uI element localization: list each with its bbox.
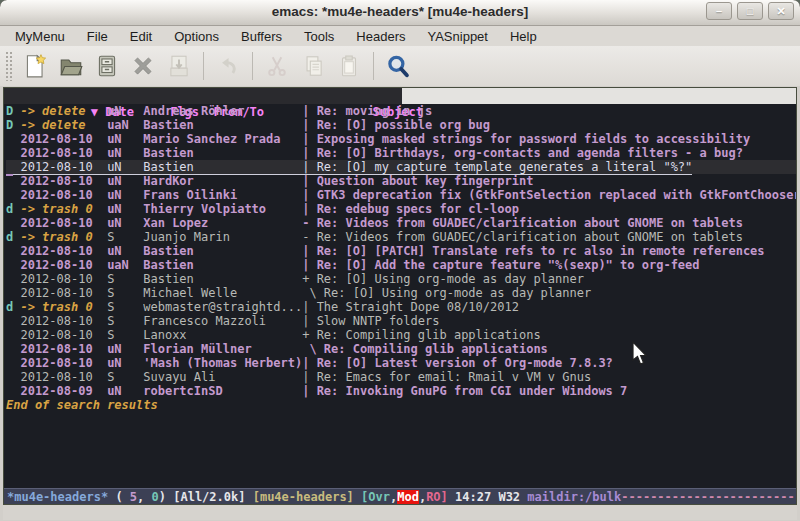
menu-item-options[interactable]: Options [163, 27, 230, 46]
message-subject: | Re: Invoking GnuPG from CGI under Wind… [302, 384, 627, 398]
message-flags: uN [100, 146, 143, 160]
header-line-columns: ▼ DateFlgsFrom/ToSubject [4, 88, 402, 104]
message-row-content: 2012-08-10 SFrancesco Mazzoli| Slow NNTP… [6, 314, 439, 328]
echo-area[interactable] [3, 505, 797, 520]
maximize-button[interactable]: □ [737, 2, 763, 20]
message-subject: + Re: [O] Using org-mode as day planner [302, 272, 584, 286]
header-line: ▼ DateFlgsFrom/ToSubject [4, 88, 796, 104]
message-row[interactable]: 2012-08-10 uNFrans Oilinki| GTK3 depreca… [6, 188, 796, 202]
menu-item-file[interactable]: File [76, 27, 119, 46]
menu-item-headers[interactable]: Headers [345, 27, 416, 46]
open-folder-icon [58, 53, 84, 79]
message-row-content: 2012-08-10 uaNBastien| Re: [O] Add the c… [6, 258, 700, 272]
modeline-segment: *mu4e-headers* [7, 490, 108, 504]
message-from: robertcInSD [143, 384, 302, 398]
message-row[interactable]: 2012-08-10 uNBastien| Re: [O] [PATCH] Tr… [6, 244, 796, 258]
message-row[interactable]: 2012-08-10 uNFlorian Müllner \ Re: Compi… [6, 342, 796, 356]
message-row[interactable]: 2012-08-10 uNXan Lopez- Re: Videos from … [6, 216, 796, 230]
mark-indicator: D [6, 104, 20, 118]
close-x-icon [130, 53, 156, 79]
message-row[interactable]: 2012-08-10 SSuvayu Ali| Re: Emacs for em… [6, 370, 796, 384]
message-from: Frans Oilinki [143, 188, 302, 202]
message-row-content: D -> delete uNAndreas Röhler| Re: moving… [6, 104, 432, 118]
menu-item-help[interactable]: Help [499, 27, 548, 46]
message-from: Bastien [143, 146, 302, 160]
message-row[interactable]: 2012-08-09 uNrobertcInSD| Re: Invoking G… [6, 384, 796, 398]
message-subject: | Re: moving in js [302, 104, 432, 118]
message-date: 2012-08-10 [20, 272, 99, 286]
new-file-button[interactable] [18, 50, 52, 82]
message-from: 'Mash (Thomas Herbert) [143, 356, 302, 370]
message-row[interactable]: 2012-08-10 uN'Mash (Thomas Herbert)| Re:… [6, 356, 796, 370]
menu-item-yasnippet[interactable]: YASnippet [416, 27, 498, 46]
message-row[interactable]: d -> trash 0 Swebmaster@straightd...| Th… [6, 300, 796, 314]
message-date: 2012-08-10 [20, 244, 99, 258]
toolbar [0, 46, 800, 86]
menu-item-edit[interactable]: Edit [119, 27, 163, 46]
minimize-button[interactable]: – [706, 2, 732, 20]
message-row-content: d -> trash 0 SJuanjo Marin- Re: Videos f… [6, 230, 743, 244]
message-row-content: 2012-08-10 uNBastien| Re: [O] [PATCH] Tr… [6, 244, 765, 258]
message-row[interactable]: 2012-08-10 uNMario Sanchez Prada| Exposi… [6, 132, 796, 146]
text-cursor [6, 174, 13, 176]
message-row[interactable]: 2012-08-10 uNBastien| Re: [O] my capture… [6, 160, 796, 174]
close-buffer-button[interactable] [126, 50, 160, 82]
mu4e-headers-frame: ▼ DateFlgsFrom/ToSubject D -> delete uNA… [3, 87, 797, 505]
message-subject: | Re: [O] Latest version of Org-mode 7.8… [302, 356, 613, 370]
message-row[interactable]: 2012-08-10 SMichael Welle \ Re: [O] Usin… [6, 286, 796, 300]
message-row[interactable]: d -> trash 0 uNThierry Volpiatto| Re: ed… [6, 202, 796, 216]
message-row[interactable]: D -> delete uaNBastien| Re: [O] possible… [6, 118, 796, 132]
message-row-content: 2012-08-10 uNFrans Oilinki| GTK3 depreca… [6, 188, 796, 202]
menu-item-tools[interactable]: Tools [293, 27, 345, 46]
modeline-segment: 14:27 W32 [448, 490, 527, 504]
toolbar-separator [252, 52, 253, 80]
menu-item-mymenu[interactable]: MyMenu [4, 27, 76, 46]
message-date: 2012-08-10 [20, 286, 99, 300]
message-row[interactable]: D -> delete uNAndreas Röhler| Re: moving… [6, 104, 796, 118]
save-as-icon [166, 53, 192, 79]
mark-indicator [6, 160, 20, 174]
mark-indicator [6, 132, 20, 146]
message-from: Florian Müllner [143, 342, 302, 356]
message-from: Bastien [143, 160, 302, 174]
message-row[interactable]: d -> trash 0 SJuanjo Marin- Re: Videos f… [6, 230, 796, 244]
close-button[interactable]: ✕ [768, 2, 794, 20]
message-date: 2012-08-10 [20, 356, 99, 370]
titlebar[interactable]: emacs: *mu4e-headers* [mu4e-headers] – □… [0, 0, 800, 26]
message-row[interactable]: 2012-08-10 SFrancesco Mazzoli| Slow NNTP… [6, 314, 796, 328]
mark-indicator [6, 216, 20, 230]
message-from: Bastien [143, 258, 302, 272]
message-flags: S [100, 286, 143, 300]
message-subject: | Question about key fingerprint [302, 174, 533, 188]
search-button[interactable] [381, 50, 415, 82]
toolbar-separator [373, 52, 374, 80]
mark-action: -> delete [20, 104, 99, 118]
header-line-filler [402, 88, 796, 104]
mark-indicator: d [6, 230, 20, 244]
message-row-content: 2012-08-10 SBastien+ Re: [O] Using org-m… [6, 272, 584, 286]
message-subject: | Re: [O] Add the capture feature "%(sex… [302, 258, 699, 272]
message-flags: uN [100, 104, 143, 118]
message-row[interactable]: 2012-08-10 uaNBastien| Re: [O] Add the c… [6, 258, 796, 272]
menubar: MyMenuFileEditOptionsBuffersToolsHeaders… [0, 26, 800, 46]
new-file-icon [22, 53, 48, 79]
save-button[interactable] [90, 50, 124, 82]
modeline-segment: [mu4e-headers] [253, 490, 354, 504]
message-subject: | Re: [O] possible org bug [302, 118, 490, 132]
message-date: 2012-08-10 [20, 258, 99, 272]
mark-indicator: d [6, 202, 20, 216]
message-subject: | GTK3 deprecation fix (GtkFontSelection… [302, 188, 796, 202]
message-flags: uN [100, 342, 143, 356]
message-flags: S [100, 230, 143, 244]
open-file-button[interactable] [54, 50, 88, 82]
message-row[interactable]: 2012-08-10 uNBastien| Re: [O] Birthdays,… [6, 146, 796, 160]
toolbar-grip-handle[interactable] [5, 51, 13, 81]
menu-item-buffers[interactable]: Buffers [230, 27, 293, 46]
message-subject: | Re: Emacs for email: Rmail v VM v Gnus [302, 370, 591, 384]
message-row[interactable]: 2012-08-10 SBastien+ Re: [O] Using org-m… [6, 272, 796, 286]
mark-indicator: d [6, 300, 20, 314]
message-row[interactable]: 2012-08-10 SLanoxx+ Re: Compiling glib a… [6, 328, 796, 342]
message-row[interactable]: 2012-08-10 uNHardKor| Question about key… [6, 174, 796, 188]
message-from: Lanoxx [143, 328, 302, 342]
modeline-segment [354, 490, 361, 504]
